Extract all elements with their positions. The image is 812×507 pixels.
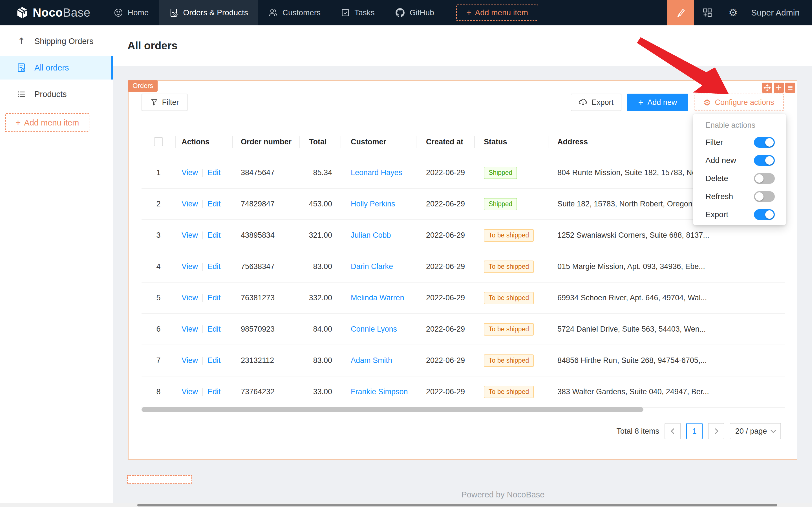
nav-item-tasks[interactable]: Tasks (331, 0, 385, 25)
cell-status: Shipped (474, 198, 548, 210)
table-horizontal-scrollbar[interactable] (141, 407, 643, 412)
toggle-switch[interactable] (754, 191, 775, 202)
cell-created-at: 2022-06-29 (416, 387, 474, 396)
divider (202, 325, 203, 333)
edit-link[interactable]: Edit (208, 231, 221, 240)
customer-link[interactable]: Julian Cobb (351, 231, 391, 239)
nocobase-cube-icon (16, 6, 29, 19)
page-size-select[interactable]: 20 / page (730, 423, 781, 439)
table-row: 5ViewEdit76381273332.00Melinda Warren202… (141, 283, 785, 314)
sidebar-item-shipping-orders[interactable]: ↑ Shipping Orders (0, 29, 113, 53)
customer-link[interactable]: Leonard Hayes (351, 168, 402, 177)
cell-status: Shipped (474, 167, 548, 179)
column-header-created-at[interactable]: Created at (416, 127, 474, 157)
cell-total: 453.00 (299, 200, 341, 208)
page-title: All orders (127, 40, 177, 52)
cell-created-at: 2022-06-29 (416, 200, 474, 208)
filter-funnel-icon (150, 98, 158, 106)
ui-editor-button[interactable] (668, 0, 694, 25)
toggle-switch[interactable] (754, 173, 775, 184)
column-header-status[interactable]: Status (474, 127, 548, 157)
dropdown-item-label: Refresh (705, 192, 754, 201)
edit-link[interactable]: Edit (208, 200, 221, 208)
cell-status: To be shipped (474, 261, 548, 273)
status-badge: To be shipped (484, 323, 534, 336)
checkbox-icon (341, 8, 350, 17)
view-link[interactable]: View (182, 168, 198, 177)
sidebar-item-products[interactable]: Products (0, 82, 113, 106)
toggle-switch[interactable] (754, 155, 775, 166)
customer-link[interactable]: Adam Smith (351, 356, 392, 364)
customer-link[interactable]: Melinda Warren (351, 293, 404, 302)
move-icon (763, 84, 771, 91)
edit-link[interactable]: Edit (208, 325, 221, 334)
divider (202, 231, 203, 239)
filter-button[interactable]: Filter (141, 94, 187, 111)
view-link[interactable]: View (182, 387, 198, 396)
dropdown-item-export[interactable]: Export (693, 206, 786, 224)
edit-link[interactable]: Edit (208, 262, 221, 271)
cell-total: 84.00 (299, 325, 341, 334)
dropdown-item-delete[interactable]: Delete (693, 169, 786, 187)
edit-link[interactable]: Edit (208, 387, 221, 396)
view-link[interactable]: View (182, 293, 198, 302)
navbar-add-menu-item-button[interactable]: + Add menu item (456, 4, 538, 21)
block-settings-button[interactable] (785, 82, 795, 93)
edit-link[interactable]: Edit (208, 356, 221, 365)
user-menu[interactable]: Super Admin (751, 8, 800, 17)
view-link[interactable]: View (182, 231, 198, 240)
view-link[interactable]: View (182, 325, 198, 334)
pagination-next-button[interactable] (708, 423, 724, 439)
column-header-customer[interactable]: Customer (341, 127, 416, 157)
nav-item-github[interactable]: GitHub (385, 0, 444, 25)
table-row: 6ViewEdit9857092384.00Connie Lyons2022-0… (141, 314, 785, 345)
nav-item-orders-products[interactable]: Orders & Products (159, 0, 258, 25)
nocobase-logo[interactable]: NocoBase (16, 0, 91, 25)
edit-link[interactable]: Edit (208, 293, 221, 302)
toggle-switch[interactable] (754, 137, 775, 148)
cell-customer: Frankie Simpson (341, 387, 416, 396)
column-header-total[interactable]: Total (299, 127, 341, 157)
dropdown-item-filter[interactable]: Filter (693, 133, 786, 152)
edit-link[interactable]: Edit (208, 168, 221, 177)
add-block-button[interactable]: + Add block (127, 475, 192, 484)
customer-link[interactable]: Holly Perkins (351, 200, 395, 208)
customer-link[interactable]: Darin Clarke (351, 262, 393, 271)
row-index: 8 (141, 387, 175, 396)
column-header-actions[interactable]: Actions (175, 127, 232, 157)
nav-item-customers[interactable]: Customers (258, 0, 331, 25)
block-collection-tag: Orders (128, 80, 158, 92)
sidebar-add-menu-item-button[interactable]: + Add menu item (5, 113, 90, 132)
customer-link[interactable]: Frankie Simpson (351, 387, 408, 396)
add-block-in-place-button[interactable] (774, 82, 784, 93)
configure-actions-button[interactable]: ⚙ Configure actions (694, 94, 784, 111)
add-new-button[interactable]: + Add new (627, 94, 688, 111)
plugin-manager-button[interactable] (694, 0, 721, 25)
row-actions: ViewEdit (175, 356, 232, 365)
drag-handle[interactable] (762, 82, 772, 93)
nav-item-home[interactable]: Home (104, 0, 159, 25)
row-index: 7 (141, 356, 175, 365)
sidebar-item-all-orders[interactable]: All orders (0, 56, 113, 79)
dropdown-item-refresh[interactable]: Refresh (693, 187, 786, 206)
select-all-checkbox[interactable] (154, 137, 163, 146)
view-link[interactable]: View (182, 200, 198, 208)
pagination-page-1[interactable]: 1 (686, 423, 703, 439)
cell-total: 83.00 (299, 262, 341, 271)
settings-button[interactable]: ⚙ (721, 0, 746, 25)
smiley-icon (114, 8, 123, 17)
table-row: 3ViewEdit43895834321.00Julian Cobb2022-0… (141, 220, 785, 251)
document-check-icon (169, 8, 178, 17)
export-button[interactable]: Export (571, 94, 622, 111)
column-header-order-number[interactable]: Order number (232, 127, 299, 157)
dropdown-item-add-new[interactable]: Add new (693, 152, 786, 169)
view-link[interactable]: View (182, 356, 198, 365)
pagination-total: Total 8 items (616, 427, 659, 436)
toggle-switch[interactable] (754, 209, 775, 220)
pagination-prev-button[interactable] (664, 423, 681, 439)
page-scrollbar-thumb[interactable] (137, 504, 777, 506)
page-horizontal-scrollbar (0, 503, 812, 507)
customer-link[interactable]: Connie Lyons (351, 325, 397, 333)
plus-icon: + (466, 8, 472, 17)
view-link[interactable]: View (182, 262, 198, 271)
